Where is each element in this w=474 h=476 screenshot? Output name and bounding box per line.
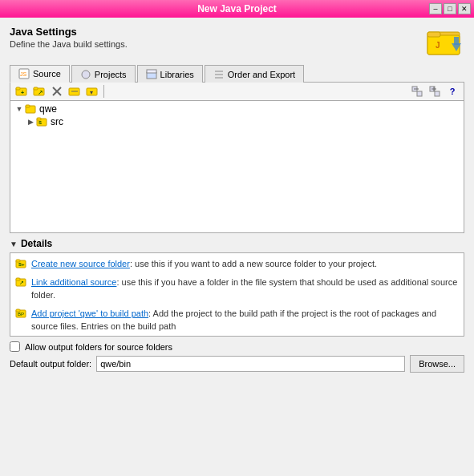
create-source-link[interactable]: Create new source folder	[31, 259, 130, 268]
svg-text:↗: ↗	[38, 89, 43, 96]
close-button[interactable]: ✕	[458, 3, 471, 14]
projects-tab-icon	[80, 69, 91, 80]
tab-source-label: Source	[33, 69, 61, 79]
link-source-button[interactable]: ↗	[31, 84, 47, 99]
title-text: New Java Project	[197, 3, 277, 14]
browse-button[interactable]: Browse...	[410, 355, 464, 373]
header-icon: J	[426, 26, 464, 58]
tree-item-src[interactable]: ▶ S src	[10, 115, 464, 128]
window-controls: – □ ✕	[429, 3, 471, 14]
collapse-all-icon	[411, 85, 423, 98]
svg-text:S+: S+	[18, 262, 25, 267]
libraries-tab-icon	[146, 69, 157, 80]
details-content: S+ Create new source folder: use this if…	[10, 252, 464, 337]
tab-projects[interactable]: Projects	[71, 65, 136, 83]
tab-order-label: Order and Export	[228, 70, 295, 79]
source-tree[interactable]: ▼ qwe ▶ S src	[10, 101, 464, 233]
source-folder-icon: S	[36, 116, 47, 127]
detail-text-2: Link additional source: use this if you …	[31, 276, 459, 301]
toolbar-right-group: ?	[409, 84, 460, 99]
svg-rect-2	[427, 32, 440, 37]
edit-icon	[68, 85, 81, 98]
help-icon: ?	[450, 87, 456, 96]
output-folder-label: Default output folder:	[10, 359, 91, 369]
page-subtitle: Define the Java build settings.	[10, 39, 128, 49]
tab-libraries[interactable]: Libraries	[137, 65, 203, 83]
details-title: Details	[21, 238, 52, 249]
detail-icon-2: ↗	[15, 277, 28, 288]
tree-label-src: src	[51, 116, 63, 127]
tab-order-export[interactable]: Order and Export	[205, 65, 304, 83]
svg-text:▾: ▾	[90, 89, 93, 96]
svg-rect-10	[147, 70, 156, 73]
svg-rect-5	[454, 37, 459, 45]
svg-text:BP: BP	[18, 312, 24, 317]
output-folder-row: Default output folder: Browse...	[10, 355, 464, 373]
svg-text:JS: JS	[20, 71, 27, 77]
details-collapse-icon: ▼	[10, 240, 18, 248]
svg-rect-27	[417, 91, 422, 96]
help-button[interactable]: ?	[444, 84, 460, 99]
tab-source[interactable]: JS Source	[10, 65, 70, 83]
svg-text:↗: ↗	[19, 280, 24, 285]
detail-item-create-source: S+ Create new source folder: use this if…	[15, 258, 459, 270]
expand-all-icon	[428, 85, 441, 98]
detail-icon-1: S+	[15, 259, 28, 270]
order-tab-icon	[213, 69, 225, 80]
tab-libraries-label: Libraries	[160, 70, 194, 79]
remove-button[interactable]	[49, 84, 65, 99]
java-folder-icon: J	[426, 26, 464, 58]
detail-icon-3: BP	[15, 309, 28, 320]
svg-text:+: +	[21, 90, 24, 95]
collapse-all-button[interactable]	[409, 84, 425, 99]
details-header[interactable]: ▼ Details	[10, 238, 464, 249]
source-tab-icon: JS	[18, 68, 30, 79]
link-folder-icon: ↗	[33, 85, 46, 98]
header-section: Java Settings Define the Java build sett…	[10, 26, 464, 58]
remove-icon	[51, 85, 63, 98]
detail-item-link-source: ↗ Link additional source: use this if yo…	[15, 276, 459, 301]
maximize-button[interactable]: □	[444, 3, 456, 14]
link-source-link[interactable]: Link additional source	[31, 277, 116, 287]
allow-output-checkbox[interactable]	[10, 341, 20, 352]
detail-text-1: Create new source folder: use this if yo…	[31, 258, 377, 270]
svg-text:S: S	[38, 120, 42, 125]
detail-desc-1: : use this if you want to add a new sour…	[130, 259, 377, 268]
header-text: Java Settings Define the Java build sett…	[10, 26, 128, 49]
svg-rect-15	[16, 87, 20, 90]
svg-point-8	[82, 71, 90, 79]
output-folder-input[interactable]	[96, 356, 405, 372]
add-source-folder-button[interactable]: +	[14, 84, 30, 99]
edit-button[interactable]	[67, 84, 83, 99]
page-title: Java Settings	[10, 26, 128, 38]
svg-rect-30	[435, 91, 440, 96]
tree-label-qwe: qwe	[39, 103, 57, 115]
details-section: ▼ Details S+ Create new source folder: u…	[10, 238, 464, 337]
checkbox-row: Allow output folders for source folders	[10, 341, 464, 352]
tab-projects-label: Projects	[95, 70, 127, 79]
project-icon	[25, 103, 36, 115]
svg-text:J: J	[436, 41, 440, 50]
add-folder-icon: +	[15, 85, 28, 98]
tabs-container: JS Source Projects Libraries Order and E…	[10, 64, 464, 83]
detail-text-3: Add project 'qwe' to build path: Add the…	[31, 308, 459, 333]
toggle-icon: ▾	[86, 85, 99, 98]
allow-output-label[interactable]: Allow output folders for source folders	[25, 342, 172, 352]
bottom-controls: Allow output folders for source folders …	[10, 341, 464, 373]
minimize-button[interactable]: –	[429, 3, 442, 14]
expand-all-button[interactable]	[427, 84, 443, 99]
toolbar-separator	[103, 85, 104, 98]
tree-item-qwe[interactable]: ▼ qwe	[10, 103, 464, 115]
add-project-link[interactable]: Add project 'qwe' to build path	[31, 309, 148, 318]
dialog-body: Java Settings Define the Java build sett…	[0, 18, 474, 379]
tree-toggle-qwe[interactable]: ▼	[14, 103, 25, 115]
title-bar: New Java Project – □ ✕	[0, 0, 474, 18]
toggle-button[interactable]: ▾	[84, 84, 100, 99]
tree-toolbar: + ↗ ▾	[10, 83, 464, 101]
detail-item-add-project: BP Add project 'qwe' to build path: Add …	[15, 308, 459, 333]
svg-rect-34	[26, 105, 30, 107]
tree-toggle-src[interactable]: ▶	[25, 116, 36, 127]
